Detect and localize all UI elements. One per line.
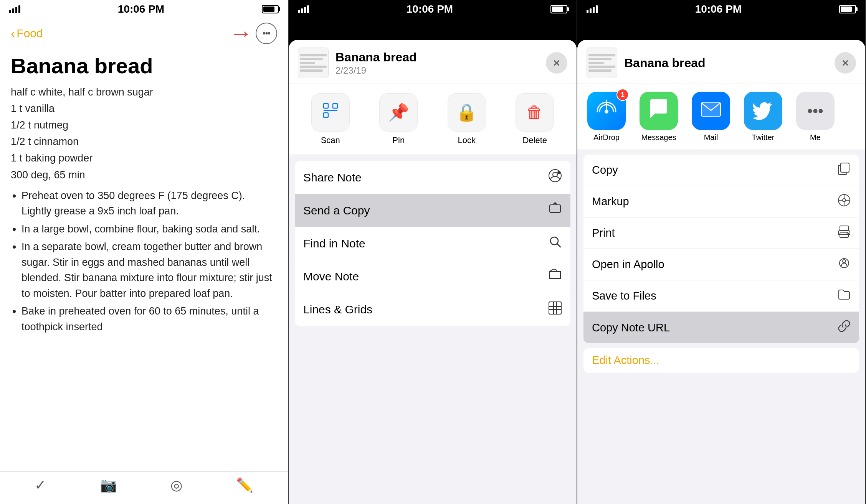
note-body: half c white, half c brown sugar 1 t van… bbox=[0, 84, 288, 471]
lock-label: Lock bbox=[458, 135, 476, 145]
share-note-label: Share Note bbox=[303, 171, 362, 184]
phone-menu: 10:06 PM Banana bread 2/23/19 bbox=[289, 0, 577, 504]
share-note-icon bbox=[548, 169, 562, 186]
more-icon: ••• bbox=[796, 92, 835, 130]
action-delete[interactable]: 🗑 Delete bbox=[512, 93, 558, 145]
thumb-line-3-3 bbox=[588, 62, 604, 64]
move-icon bbox=[548, 268, 562, 285]
action-list-3: Copy Markup bbox=[583, 155, 859, 343]
pin-icon: 📌 bbox=[388, 102, 409, 122]
find-icon bbox=[548, 235, 562, 252]
move-label: Move Note bbox=[303, 270, 359, 283]
battery-icon-3 bbox=[839, 5, 856, 13]
sheet-title-2: Banana bread bbox=[335, 50, 546, 64]
share-app-twitter[interactable]: Twitter bbox=[740, 92, 786, 142]
action-markup[interactable]: Markup bbox=[583, 186, 859, 217]
menu-item-find[interactable]: Find in Note bbox=[295, 227, 570, 260]
svg-rect-7 bbox=[550, 205, 560, 212]
note-line-2: 1 t vanilla bbox=[11, 100, 277, 117]
scan-icon-circle bbox=[311, 93, 350, 132]
edit-actions-label: Edit Actions... bbox=[592, 354, 659, 366]
red-arrow-pointer: → bbox=[230, 20, 253, 46]
thumb-line-1 bbox=[300, 54, 327, 56]
pin-label: Pin bbox=[392, 135, 405, 145]
more-symbol: ••• bbox=[807, 102, 823, 120]
signal-bar-2-2 bbox=[301, 8, 303, 13]
menu-item-grids[interactable]: Lines & Grids bbox=[295, 293, 570, 326]
notes-nav: ‹ Food → ••• bbox=[0, 17, 288, 51]
battery-fill-3 bbox=[841, 7, 852, 12]
action-lock[interactable]: 🔒 Lock bbox=[444, 93, 490, 145]
note-line-4: 1/2 t cinnamon bbox=[11, 133, 277, 150]
note-title: Banana bread bbox=[0, 51, 288, 84]
status-bar-3: 10:06 PM bbox=[577, 0, 865, 17]
open-apollo-icon bbox=[838, 257, 851, 273]
status-bar-1: 10:06 PM bbox=[0, 0, 288, 17]
menu-item-share-note[interactable]: Share Note bbox=[295, 161, 570, 194]
thumb-line-3-5 bbox=[588, 69, 611, 72]
compose-icon[interactable]: ✏️ bbox=[236, 477, 253, 493]
signal-bar-3-2 bbox=[590, 8, 592, 13]
action-copy-url[interactable]: Copy Note URL bbox=[583, 312, 859, 343]
status-time-3: 10:06 PM bbox=[695, 3, 742, 15]
phone-notes: 10:06 PM ‹ Food → ••• Banana bread half … bbox=[0, 0, 289, 504]
sheet-date: 2/23/19 bbox=[335, 65, 546, 76]
action-pin[interactable]: 📌 Pin bbox=[375, 93, 421, 145]
svg-point-30 bbox=[843, 260, 846, 263]
signal-strength-3 bbox=[587, 5, 598, 13]
note-bullet-2: In a large bowl, combine flour, baking s… bbox=[21, 221, 277, 237]
checkmark-icon[interactable]: ✓ bbox=[35, 477, 46, 493]
signal-bar-3-1 bbox=[587, 10, 588, 13]
thumb-line-3-1 bbox=[588, 54, 615, 56]
signal-bar-2-4 bbox=[307, 5, 309, 13]
menu-item-send-copy[interactable]: Send a Copy bbox=[295, 194, 570, 227]
edit-actions-section[interactable]: Edit Actions... bbox=[583, 348, 859, 373]
note-line-5: 1 t baking powder bbox=[11, 150, 277, 166]
status-right-1 bbox=[262, 5, 279, 13]
twitter-symbol bbox=[752, 97, 775, 125]
messages-icon bbox=[640, 92, 678, 130]
signal-bar-1 bbox=[9, 10, 11, 13]
note-bullet-1: Preheat oven to 350 degrees F (175 degre… bbox=[21, 188, 277, 219]
mail-symbol bbox=[699, 97, 722, 125]
airdrop-symbol bbox=[595, 97, 618, 125]
action-copy[interactable]: Copy bbox=[583, 155, 859, 186]
delete-icon: 🗑 bbox=[526, 103, 543, 122]
action-save-files[interactable]: Save to Files bbox=[583, 280, 859, 312]
note-bullets: Preheat oven to 350 degrees F (175 degre… bbox=[21, 188, 277, 335]
thumb-line-2 bbox=[300, 58, 323, 60]
battery-icon-2 bbox=[550, 5, 567, 13]
send-copy-icon bbox=[548, 202, 562, 219]
svg-point-28 bbox=[846, 232, 848, 234]
back-button[interactable]: ‹ Food bbox=[11, 26, 43, 41]
more-button[interactable]: ••• bbox=[256, 23, 277, 44]
note-line-1: half c white, half c brown sugar bbox=[11, 84, 277, 100]
print-label: Print bbox=[592, 227, 615, 239]
lock-icon-circle: 🔒 bbox=[448, 93, 486, 132]
sheet-close-button-3[interactable]: × bbox=[835, 52, 856, 74]
action-print[interactable]: Print bbox=[583, 217, 859, 249]
menu-item-move[interactable]: Move Note bbox=[295, 260, 570, 293]
camera-icon[interactable]: 📷 bbox=[100, 477, 117, 493]
action-open-apollo[interactable]: Open in Apollo bbox=[583, 249, 859, 280]
menu-list-2: Share Note Send a Copy bbox=[295, 161, 570, 326]
thumb-line-3-2 bbox=[588, 58, 611, 60]
sheet-title-area-2: Banana bread 2/23/19 bbox=[335, 50, 546, 76]
mail-label: Mail bbox=[704, 133, 718, 142]
save-files-icon bbox=[838, 288, 851, 304]
back-arrow-icon: ‹ bbox=[11, 26, 15, 41]
share-app-mail[interactable]: Mail bbox=[688, 92, 734, 142]
status-right-3 bbox=[839, 5, 856, 13]
note-line-3: 1/2 t nutmeg bbox=[11, 117, 277, 133]
copy-url-label: Copy Note URL bbox=[592, 321, 670, 334]
battery-fill-2 bbox=[552, 7, 563, 12]
share-app-more[interactable]: ••• Me bbox=[792, 92, 838, 142]
svg-point-21 bbox=[843, 199, 846, 202]
share-app-messages[interactable]: Messages bbox=[636, 92, 682, 142]
markup-icon[interactable]: ◎ bbox=[170, 477, 182, 493]
action-scan[interactable]: Scan bbox=[307, 93, 354, 145]
sheet-thumbnail-2 bbox=[298, 48, 329, 78]
share-app-airdrop[interactable]: 1 AirDrop bbox=[583, 92, 630, 142]
delete-label: Delete bbox=[522, 135, 547, 145]
sheet-close-button-2[interactable]: × bbox=[546, 52, 567, 74]
